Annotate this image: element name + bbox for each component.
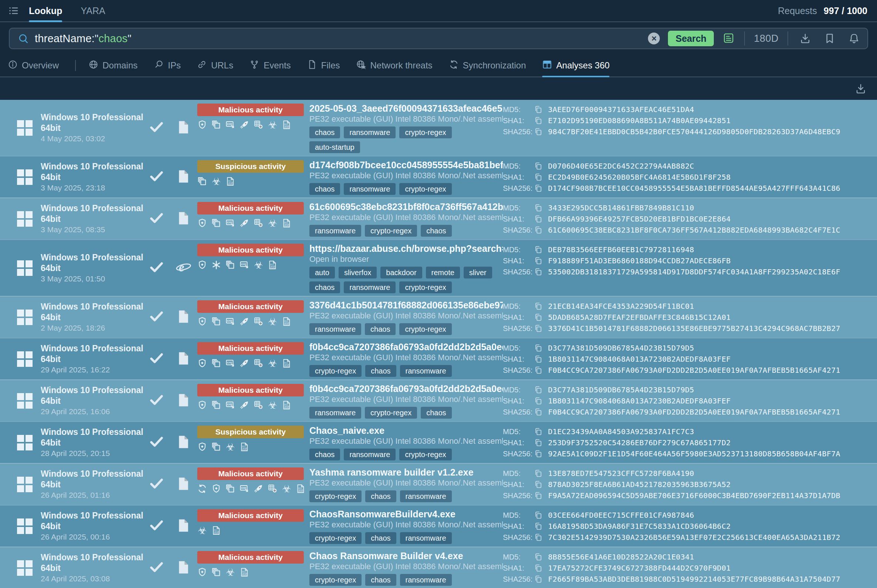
export-download-icon[interactable] bbox=[855, 83, 866, 94]
analysis-name[interactable]: 2025-05-03_3aeed76f00094371633afeac46e51… bbox=[309, 103, 503, 114]
copy-icon[interactable] bbox=[534, 386, 543, 394]
tag[interactable]: crypto-regex bbox=[309, 574, 361, 586]
tag[interactable]: ransomware bbox=[344, 183, 396, 195]
analysis-row[interactable]: Windows 10 Professional 64bit 26 April 2… bbox=[0, 505, 877, 547]
tag[interactable]: backdoor bbox=[381, 267, 422, 279]
copy-icon[interactable] bbox=[534, 469, 543, 478]
analysis-row[interactable]: Windows 10 Professional 64bit 3 May 2025… bbox=[0, 239, 877, 296]
copy-icon[interactable] bbox=[534, 302, 543, 310]
tag[interactable]: crypto-regex bbox=[309, 365, 361, 377]
clear-search-icon[interactable]: × bbox=[648, 33, 660, 44]
tab-network-threats[interactable]: Network threats bbox=[356, 54, 432, 76]
tag[interactable]: crypto-regex bbox=[365, 407, 417, 418]
period-selector[interactable]: 180D bbox=[754, 33, 779, 44]
copy-icon[interactable] bbox=[534, 226, 543, 234]
tag[interactable]: ransomware bbox=[309, 225, 361, 237]
tag[interactable]: ransomware bbox=[344, 448, 396, 460]
copy-icon[interactable] bbox=[534, 256, 543, 265]
tag[interactable]: crypto-regex bbox=[399, 281, 451, 293]
analysis-name[interactable]: https://bazaar.abuse.ch/browse.php?searc… bbox=[309, 243, 503, 254]
tab-yara[interactable]: YARA bbox=[81, 0, 105, 21]
download-icon[interactable] bbox=[799, 33, 811, 44]
tab-synchronization[interactable]: Synchronization bbox=[449, 54, 526, 76]
analysis-row[interactable]: Windows 10 Professional 64bit 2 May 2025… bbox=[0, 296, 877, 338]
analysis-name[interactable]: 61c600695c38ebc8231bf8f0ca736ff567a412b8… bbox=[309, 201, 503, 212]
copy-icon[interactable] bbox=[534, 427, 543, 436]
tag[interactable]: crypto-regex bbox=[365, 225, 417, 237]
copy-icon[interactable] bbox=[534, 267, 543, 276]
tab-events[interactable]: Events bbox=[250, 54, 290, 76]
copy-icon[interactable] bbox=[534, 173, 543, 182]
copy-icon[interactable] bbox=[534, 522, 543, 531]
tag[interactable]: chaos bbox=[365, 323, 396, 335]
copy-icon[interactable] bbox=[534, 449, 543, 458]
tab-urls[interactable]: URLs bbox=[197, 54, 233, 76]
copy-icon[interactable] bbox=[534, 491, 543, 500]
copy-icon[interactable] bbox=[534, 116, 543, 125]
tag[interactable]: chaos bbox=[421, 407, 451, 418]
copy-icon[interactable] bbox=[534, 324, 543, 333]
copy-icon[interactable] bbox=[534, 366, 543, 375]
tag[interactable]: ransomware bbox=[400, 532, 452, 544]
copy-icon[interactable] bbox=[534, 245, 543, 254]
tag[interactable]: ransomware bbox=[400, 574, 452, 586]
copy-icon[interactable] bbox=[534, 127, 543, 136]
tag[interactable]: crypto-regex bbox=[399, 323, 451, 335]
analysis-name[interactable]: f0b4cc9ca7207386fa06793a0fd2dd2b2d5a0ee0… bbox=[309, 383, 503, 394]
tag[interactable]: ransomware bbox=[309, 407, 361, 418]
analysis-row[interactable]: Windows 10 Professional 64bit 3 May 2025… bbox=[0, 198, 877, 239]
copy-icon[interactable] bbox=[534, 480, 543, 489]
bell-icon[interactable] bbox=[848, 33, 860, 44]
copy-icon[interactable] bbox=[534, 438, 543, 447]
copy-icon[interactable] bbox=[534, 574, 543, 584]
copy-icon[interactable] bbox=[534, 511, 543, 520]
search-notes-icon[interactable] bbox=[723, 32, 735, 45]
tag[interactable]: remote bbox=[426, 267, 460, 279]
copy-icon[interactable] bbox=[534, 533, 543, 542]
tag[interactable]: ransomware bbox=[309, 323, 361, 335]
tag[interactable]: sliverfox bbox=[338, 267, 377, 279]
tag[interactable]: chaos bbox=[309, 126, 340, 138]
analysis-name[interactable]: d174cf908b7bcee10cc0458955554e5ba81beffd… bbox=[309, 159, 503, 171]
copy-icon[interactable] bbox=[534, 552, 543, 561]
copy-icon[interactable] bbox=[534, 564, 543, 573]
tag[interactable]: chaos bbox=[365, 365, 396, 377]
bookmark-icon[interactable] bbox=[824, 33, 836, 44]
tab-lookup[interactable]: Lookup bbox=[29, 0, 62, 21]
tag[interactable]: ransomware bbox=[400, 365, 452, 377]
analysis-row[interactable]: Windows 10 Professional 64bit 4 May 2025… bbox=[0, 100, 877, 156]
tag[interactable]: crypto-regex bbox=[399, 448, 451, 460]
list-menu-icon[interactable] bbox=[8, 5, 19, 16]
analysis-name[interactable]: Chaos_naive.exe bbox=[309, 425, 503, 436]
copy-icon[interactable] bbox=[534, 162, 543, 171]
tag[interactable]: chaos bbox=[309, 281, 340, 293]
tab-ips[interactable]: IPs bbox=[154, 54, 181, 76]
analysis-row[interactable]: Windows 10 Professional 64bit 24 April 2… bbox=[0, 547, 877, 588]
analysis-row[interactable]: Windows 10 Professional 64bit 28 April 2… bbox=[0, 421, 877, 463]
tag[interactable]: crypto-regex bbox=[399, 183, 451, 195]
copy-icon[interactable] bbox=[534, 355, 543, 363]
copy-icon[interactable] bbox=[534, 396, 543, 405]
analysis-row[interactable]: Windows 10 Professional 64bit 26 April 2… bbox=[0, 463, 877, 505]
tag[interactable]: ransomware bbox=[400, 490, 452, 502]
tag[interactable]: ransomware bbox=[344, 126, 396, 138]
tag[interactable]: crypto-regex bbox=[399, 126, 451, 138]
tag[interactable]: ransomware bbox=[344, 281, 396, 293]
copy-icon[interactable] bbox=[534, 214, 543, 224]
tag[interactable]: chaos bbox=[365, 574, 396, 586]
analysis-row[interactable]: Windows 10 Professional 64bit 29 April 2… bbox=[0, 380, 877, 421]
copy-icon[interactable] bbox=[534, 203, 543, 212]
copy-icon[interactable] bbox=[534, 313, 543, 322]
tag[interactable]: chaos bbox=[421, 225, 451, 237]
analysis-name[interactable]: ChaosRansomwareBuilderv4.exe bbox=[309, 508, 503, 520]
tab-domains[interactable]: Domains bbox=[89, 54, 138, 76]
copy-icon[interactable] bbox=[534, 344, 543, 352]
analysis-row[interactable]: Windows 10 Professional 64bit 29 April 2… bbox=[0, 338, 877, 380]
tag[interactable]: chaos bbox=[365, 490, 396, 502]
tag[interactable]: auto-startup bbox=[309, 141, 360, 153]
search-box[interactable]: threatName:"chaos" × Search 180D bbox=[9, 28, 868, 49]
tag[interactable]: chaos bbox=[365, 532, 396, 544]
tab-analyses-360[interactable]: Analyses 360 bbox=[542, 54, 609, 76]
copy-icon[interactable] bbox=[534, 408, 543, 416]
analysis-name[interactable]: Yashma ransomware builder v1.2.exe bbox=[309, 467, 503, 478]
